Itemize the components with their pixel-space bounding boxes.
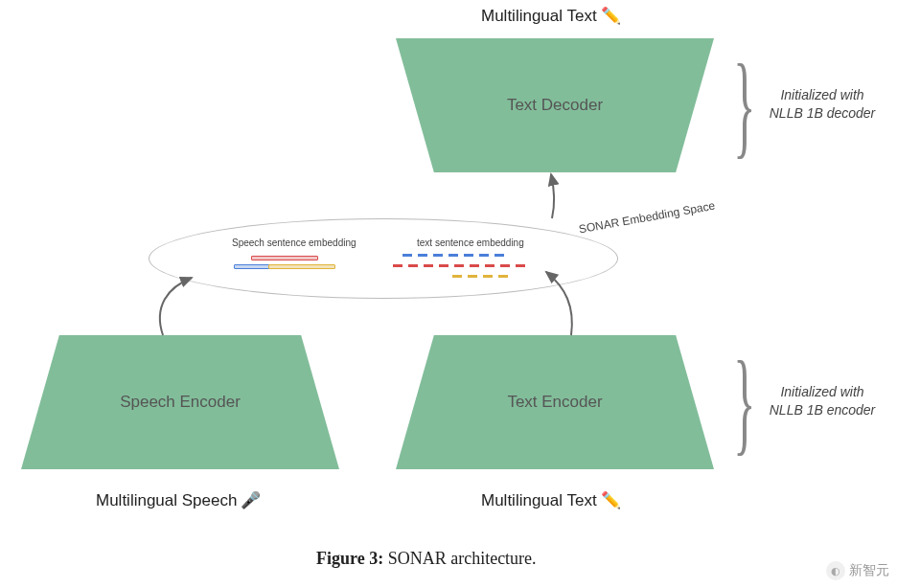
speech-encoder-label: Speech Encoder	[120, 393, 241, 412]
pencil-icon: ✏️	[601, 6, 621, 26]
label-text: Multilingual Speech	[96, 491, 237, 510]
bottom-multilingual-speech-label: Multilingual Speech 🎤	[96, 490, 261, 510]
dash-red	[454, 264, 464, 267]
dash-blue	[418, 254, 427, 257]
speech-encoder-block: Speech Encoder	[21, 335, 339, 469]
dash-blue	[448, 254, 458, 257]
dash-red	[439, 264, 448, 267]
embedding-space-label: SONAR Embedding Space	[578, 199, 716, 237]
dash-red	[424, 264, 433, 267]
text-embedding-label: text sentence embedding	[417, 237, 524, 248]
caption-prefix: Figure 3:	[316, 549, 383, 568]
bottom-multilingual-text-label: Multilingual Text ✏️	[481, 490, 621, 510]
watermark-logo-icon: ◐	[826, 561, 845, 580]
dash-red	[470, 264, 479, 267]
watermark-text: 新智元	[849, 562, 889, 579]
dash-yellow	[452, 275, 462, 278]
dash-yellow	[483, 275, 493, 278]
speech-bar-red	[251, 256, 318, 260]
mic-icon: 🎤	[241, 490, 261, 510]
encoder-brace: }	[733, 345, 755, 460]
label-text: Multilingual Text	[481, 7, 597, 26]
speech-bar-yellow	[268, 264, 335, 269]
dash-blue	[479, 254, 489, 257]
encoder-annotation: Initialized with NLLB 1B encoder	[765, 383, 880, 419]
text-encoder-block: Text Encoder	[396, 335, 714, 469]
dash-blue	[402, 254, 412, 257]
text-decoder-label: Text Decoder	[507, 96, 603, 115]
text-encoder-label: Text Encoder	[507, 393, 602, 412]
dash-red	[393, 264, 402, 267]
dash-blue	[494, 254, 504, 257]
dash-red	[500, 264, 510, 267]
decoder-annotation: Initialized with NLLB 1B decoder	[765, 86, 880, 123]
watermark: ◐ 新智元	[826, 561, 889, 580]
decoder-brace: }	[733, 48, 755, 163]
dash-yellow	[468, 275, 477, 278]
label-text: Multilingual Text	[481, 491, 597, 510]
dash-blue	[464, 254, 473, 257]
top-multilingual-text-label: Multilingual Text ✏️	[481, 6, 621, 26]
dash-yellow	[498, 275, 508, 278]
caption-text: SONAR architecture.	[383, 549, 536, 568]
dash-red	[408, 264, 418, 267]
arrow-embedding-to-decoder	[551, 174, 554, 218]
pencil-icon: ✏️	[601, 490, 621, 510]
arrow-speech-to-embedding	[160, 278, 192, 335]
text-decoder-block: Text Decoder	[396, 38, 714, 172]
dash-red	[485, 264, 494, 267]
dash-red	[516, 264, 525, 267]
speech-embedding-label: Speech sentence embedding	[232, 237, 356, 248]
dash-blue	[433, 254, 443, 257]
embedding-space-ellipse	[149, 218, 618, 299]
figure-caption: Figure 3: SONAR architecture.	[316, 549, 537, 569]
